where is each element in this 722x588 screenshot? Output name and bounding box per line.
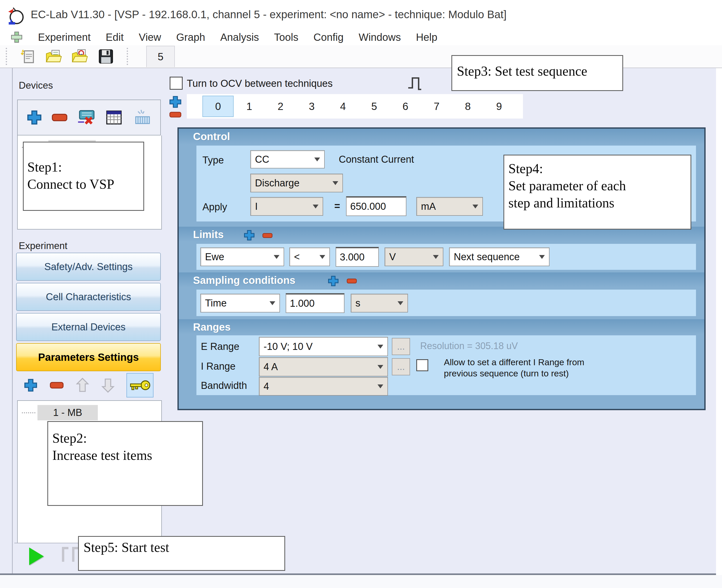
menu-experiment[interactable]: Experiment xyxy=(38,31,91,43)
annotation-step1: Step1: Connect to VSP xyxy=(23,142,144,211)
move-up-icon[interactable] xyxy=(76,378,89,393)
experiment-section-label: Experiment xyxy=(19,240,67,251)
limit-value-input[interactable]: 3.000 xyxy=(336,247,379,267)
bandwidth-value: 4 xyxy=(264,381,269,392)
parameters-settings-button[interactable]: Parameters Settings xyxy=(16,343,161,371)
limit-variable-select[interactable]: Ewe xyxy=(200,248,284,266)
annotation-line: Increase test items xyxy=(52,447,202,464)
sequence-tab-4[interactable]: 4 xyxy=(327,96,359,117)
start-test-button[interactable] xyxy=(29,547,44,565)
chevron-down-icon xyxy=(274,255,279,259)
annotation-line: Step5: Start test xyxy=(83,539,284,556)
limit-unit-select[interactable]: V xyxy=(384,248,443,266)
sequence-tab-strip: 0 1 2 3 4 5 6 7 8 9 xyxy=(187,94,523,119)
apply-variable-value: I xyxy=(255,201,258,212)
cell-characteristics-button[interactable]: Cell Characteristics xyxy=(16,283,161,311)
menu-analysis[interactable]: Analysis xyxy=(220,31,259,43)
new-settings-button[interactable] xyxy=(18,47,37,65)
sequence-tab-9[interactable]: 9 xyxy=(483,96,515,117)
sequence-tab-6[interactable]: 6 xyxy=(390,96,421,117)
add-device-icon[interactable] xyxy=(26,109,42,126)
external-devices-button[interactable]: External Devices xyxy=(16,313,161,341)
type-label: Type xyxy=(202,155,224,166)
new-device-icon[interactable] xyxy=(132,108,152,127)
devices-section-label: Devices xyxy=(19,80,53,91)
menu-windows[interactable]: Windows xyxy=(359,31,401,43)
safety-adv-settings-button[interactable]: Safety/Adv. Settings xyxy=(16,253,161,281)
ocv-checkbox[interactable] xyxy=(169,77,183,90)
chevron-down-icon xyxy=(378,345,383,349)
remove-device-icon[interactable] xyxy=(52,113,68,122)
save-floppy-icon xyxy=(98,48,114,64)
menu-graph[interactable]: Graph xyxy=(176,31,205,43)
window-title: EC-Lab V11.30 - [VSP - 192.168.0.1, chan… xyxy=(31,8,506,21)
toolbar-grip xyxy=(6,48,9,65)
menu-edit[interactable]: Edit xyxy=(106,31,124,43)
i-range-select[interactable]: 4 A xyxy=(259,357,388,376)
menu-help[interactable]: Help xyxy=(416,31,437,43)
mode-select[interactable]: Discharge xyxy=(250,174,343,192)
i-range-checkbox[interactable] xyxy=(416,359,428,371)
apply-value-input[interactable]: 650.000 xyxy=(346,196,406,216)
remove-sampling-icon[interactable] xyxy=(346,278,358,284)
sampling-variable-value: Time xyxy=(205,298,227,309)
annotation-line: Set parameter of each xyxy=(508,177,690,194)
technique-tree-row[interactable]: 1 - MB xyxy=(22,405,161,420)
e-range-more-button[interactable]: ... xyxy=(392,338,410,355)
limit-operator-value: < xyxy=(294,251,300,262)
sequence-tab-5[interactable]: 5 xyxy=(359,96,390,117)
remove-technique-icon[interactable] xyxy=(49,381,64,389)
tree-branch-line xyxy=(22,412,35,413)
sampling-unit-select[interactable]: s xyxy=(351,294,408,312)
add-sampling-icon[interactable] xyxy=(327,275,339,287)
i-range-more-button[interactable]: ... xyxy=(392,358,410,375)
sequence-tab-2[interactable]: 2 xyxy=(265,96,296,117)
sequence-tab-3[interactable]: 3 xyxy=(296,96,327,117)
control-header: Control xyxy=(193,131,230,143)
sequence-tab-8[interactable]: 8 xyxy=(452,96,483,117)
add-sequence-icon[interactable] xyxy=(168,95,182,109)
apply-unit-select[interactable]: mA xyxy=(416,197,483,216)
disconnect-device-icon[interactable] xyxy=(77,108,96,127)
type-select[interactable]: CC xyxy=(250,150,325,168)
add-limit-icon[interactable] xyxy=(243,229,255,241)
control-header-strip xyxy=(179,129,704,145)
sampling-variable-select[interactable]: Time xyxy=(200,294,280,312)
pulse-signal-icon xyxy=(407,76,424,91)
channels-table-icon[interactable] xyxy=(105,109,123,126)
menu-config[interactable]: Config xyxy=(314,31,344,43)
save-button[interactable] xyxy=(97,47,115,65)
chevron-down-icon xyxy=(433,255,439,259)
chevron-down-icon xyxy=(269,301,275,305)
add-technique-icon[interactable] xyxy=(23,378,38,393)
annotation-line: Step2: xyxy=(52,430,202,447)
menu-tools[interactable]: Tools xyxy=(274,31,298,43)
sequence-tab-0[interactable]: 0 xyxy=(202,96,234,117)
limit-action-select[interactable]: Next sequence xyxy=(449,248,549,266)
sequence-tab-1[interactable]: 1 xyxy=(234,96,265,117)
menu-view[interactable]: View xyxy=(139,31,161,43)
bandwidth-select[interactable]: 4 xyxy=(259,377,388,396)
remove-limit-icon[interactable] xyxy=(262,233,273,238)
channel-5-tab[interactable]: 5 xyxy=(146,46,175,67)
annotation-line: Step4: xyxy=(508,160,690,177)
annotation-line: Step3: Set test sequence xyxy=(457,63,622,80)
remove-sequence-icon[interactable] xyxy=(169,111,182,118)
technique-tree-item[interactable]: 1 - MB xyxy=(38,405,98,420)
e-range-select[interactable]: -10 V; 10 V xyxy=(259,337,388,356)
sequence-tab-7[interactable]: 7 xyxy=(421,96,452,117)
e-range-label: E Range xyxy=(201,341,239,352)
limit-operator-select[interactable]: < xyxy=(289,248,330,266)
move-down-icon[interactable] xyxy=(101,378,115,393)
sampling-value-input[interactable]: 1.000 xyxy=(286,293,344,313)
checkbox-label-line: Allow to set a different I Range from xyxy=(444,357,584,368)
chevron-down-icon xyxy=(539,255,545,259)
ocv-checkbox-label: Turn to OCV between techniques xyxy=(187,78,333,89)
bandwidth-label: Bandwidth xyxy=(201,380,247,391)
apply-variable-select[interactable]: I xyxy=(250,197,323,216)
load-settings-button[interactable] xyxy=(44,47,63,65)
equals-sign: = xyxy=(334,201,340,212)
ranges-header-strip xyxy=(179,319,704,334)
lock-key-toggle[interactable] xyxy=(126,373,154,397)
load-data-button[interactable] xyxy=(71,47,89,65)
